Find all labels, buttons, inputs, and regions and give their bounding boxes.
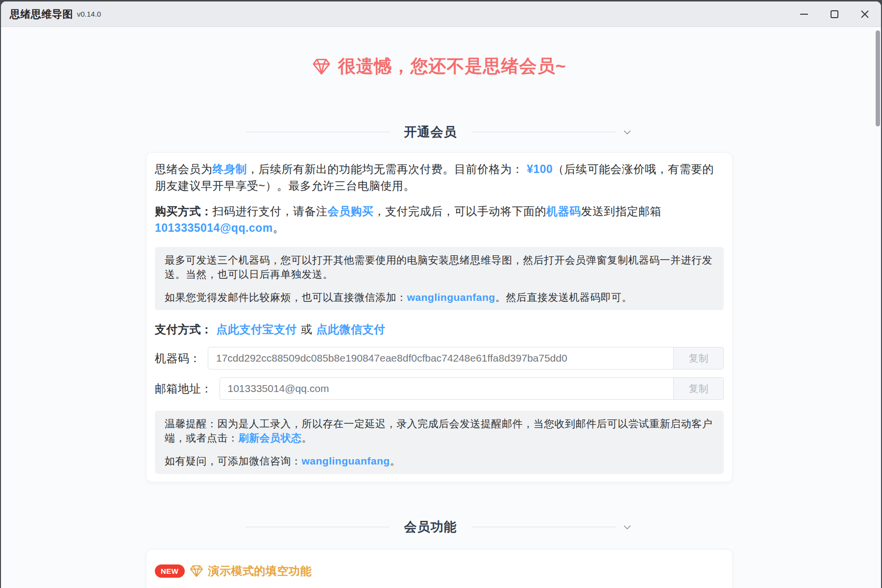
feature-card: NEW 演示模式的填空功能 [146,549,733,588]
feature-title: 演示模式的填空功能 [208,564,312,579]
machine-code-input-group: 复制 [208,347,724,369]
text-segment: ¥100 [527,163,553,175]
text-segment: 。 [273,221,285,234]
section-features-title: 会员功能 [404,518,457,536]
text-segment: 1013335014@qq.com [155,221,273,234]
text-segment: 会员购买 [328,205,374,218]
intro-paragraph: 思绪会员为终身制，后续所有新出的功能均无需再次付费。目前价格为： ¥100（后续… [155,161,724,194]
section-activate-divider: 开通会员 [245,123,634,141]
payment-or-text: 或 [301,322,313,337]
text-segment: 购买方式： [155,205,213,218]
email-address-label: 邮箱地址： [155,381,213,396]
alipay-pay-link[interactable]: 点此支付宝支付 [217,322,297,337]
payment-method-row: 支付方式： 点此支付宝支付 或 点此微信支付 [155,322,724,337]
text-segment: 。 [302,432,313,443]
email-copy-button[interactable]: 复制 [673,378,723,399]
text-segment: 。 [390,455,401,466]
text-segment: 。然后直接发送机器码即可。 [495,292,633,303]
membership-page: 很遗憾，您还不是思绪会员~ 开通会员 思绪会员为终身制，后续所有新出的功能均无需… [146,54,733,588]
close-button[interactable] [859,9,870,20]
divider-line [472,132,616,132]
text-segment: 如果您觉得发邮件比较麻烦，也可以直接微信添加： [165,292,407,303]
feature-heading: NEW 演示模式的填空功能 [155,564,724,579]
text-segment: 发送到指定邮箱 [581,205,662,218]
titlebar: 思绪思维导图 v0.14.0 [1,1,881,27]
email-input-group: 复制 [220,377,724,400]
section-collapse-toggle[interactable] [621,126,634,139]
app-version: v0.14.0 [77,10,101,18]
machine-code-input[interactable] [208,347,673,369]
new-badge: NEW [155,564,185,578]
divider-line [472,527,616,527]
divider-line [245,527,390,527]
maximize-button[interactable] [829,9,840,20]
text-segment: ，支付完成后，可以手动将下面的 [374,205,547,218]
chevron-down-icon [621,126,634,139]
window-controls [799,9,870,20]
text-segment: wanglinguanfang [407,292,495,303]
payment-label: 支付方式： [155,322,213,337]
wechat-pay-link[interactable]: 点此微信支付 [317,322,386,337]
machine-code-copy-button[interactable]: 复制 [673,347,723,369]
reminder-paragraph: 如有疑问，可添加微信咨询：wanglinguanfang。 [165,454,714,468]
note-paragraph: 如果您觉得发邮件比较麻烦，也可以直接微信添加：wanglinguanfang。然… [165,290,714,304]
activate-membership-card: 思绪会员为终身制，后续所有新出的功能均无需再次付费。目前价格为： ¥100（后续… [146,152,733,482]
app-title: 思绪思维导图 [10,7,73,21]
text-segment: 终身制 [213,163,247,175]
vertical-scrollbar-thumb[interactable] [876,30,880,126]
purchase-paragraph: 购买方式：扫码进行支付，请备注会员购买，支付完成后，可以手动将下面的机器码发送到… [155,203,724,236]
section-activate-title: 开通会员 [404,123,457,141]
gem-icon [312,58,331,75]
minimize-button[interactable] [799,9,809,20]
machine-code-row: 机器码： 复制 [155,347,724,369]
gem-icon [190,565,203,577]
app-window: 思绪思维导图 v0.14.0 [1,1,881,588]
content-area: 很遗憾，您还不是思绪会员~ 开通会员 思绪会员为终身制，后续所有新出的功能均无需… [1,27,881,588]
note-paragraph: 最多可发送三个机器码，您可以打开其他需要使用的电脑安装思绪思维导图，然后打开会员… [165,253,714,281]
text-segment: 思绪会员为 [155,163,213,175]
email-address-input[interactable] [220,378,674,399]
reminder-box: 温馨提醒：因为是人工录入，所以存在一定延迟，录入完成后会发送提醒邮件，当您收到邮… [155,411,724,474]
machine-code-label: 机器码： [155,351,201,366]
machine-code-note-box: 最多可发送三个机器码，您可以打开其他需要使用的电脑安装思绪思维导图，然后打开会员… [155,247,724,310]
section-collapse-toggle[interactable] [621,521,634,534]
minimize-icon [799,9,809,19]
divider-line [245,132,390,132]
close-icon [860,9,870,19]
not-member-title: 很遗憾，您还不是思绪会员~ [338,54,566,78]
section-features-divider: 会员功能 [245,518,634,536]
not-member-heading: 很遗憾，您还不是思绪会员~ [146,54,733,78]
refresh-membership-link[interactable]: 刷新会员状态 [239,432,302,443]
text-segment: ，后续所有新出的功能均无需再次付费。目前价格为： [247,163,527,175]
email-address-row: 邮箱地址： 复制 [155,377,724,400]
text-segment: 机器码 [546,205,581,218]
reminder-paragraph: 温馨提醒：因为是人工录入，所以存在一定延迟，录入完成后会发送提醒邮件，当您收到邮… [165,416,714,445]
text-segment: 扫码进行支付，请备注 [213,205,328,218]
text-segment: wanglinguanfang [302,455,390,466]
text-segment: 如有疑问，可添加微信咨询： [165,455,302,466]
maximize-icon [830,9,839,19]
chevron-down-icon [621,521,634,534]
